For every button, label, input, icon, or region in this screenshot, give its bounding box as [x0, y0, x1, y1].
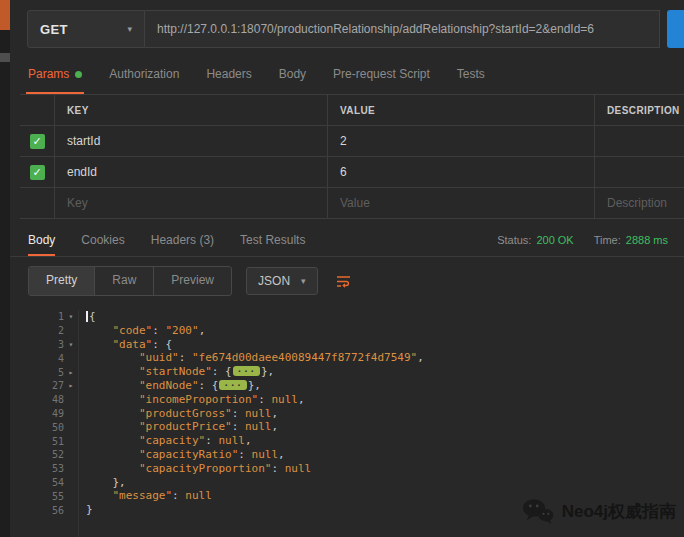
- code-line: "productPrice": null,: [86, 420, 684, 434]
- line-number: 54: [52, 477, 64, 488]
- gutter-line: 56: [10, 503, 78, 517]
- table-row: endId 6: [20, 157, 684, 188]
- line-number: 55: [52, 491, 64, 502]
- tab-params-label: Params: [28, 67, 69, 81]
- tab-tests[interactable]: Tests: [457, 67, 485, 94]
- tab-tests-label: Tests: [457, 67, 485, 81]
- fold-collapse-icon[interactable]: ▾: [64, 340, 78, 349]
- postman-window: GET ▾ http://127.0.0.1:18070/productionR…: [10, 0, 684, 537]
- tab-authorization-label: Authorization: [109, 67, 179, 81]
- gutter-line: 1▾: [10, 310, 78, 324]
- tab-response-headers[interactable]: Headers (3): [151, 224, 214, 256]
- code-line: {: [86, 310, 684, 324]
- format-select-value: JSON: [258, 274, 290, 288]
- code-line: "productGross": null,: [86, 407, 684, 421]
- param-description-field-empty[interactable]: Description: [595, 188, 684, 218]
- gutter-line: 52: [10, 448, 78, 462]
- watermark: Neo4j权威指南: [522, 498, 676, 525]
- code-line: "capacityRatio": null,: [86, 448, 684, 462]
- send-button[interactable]: [667, 10, 684, 48]
- gutter-line: 48: [10, 393, 78, 407]
- line-number: 56: [52, 505, 64, 516]
- tab-params[interactable]: Params: [28, 67, 82, 94]
- tab-test-results[interactable]: Test Results: [240, 224, 305, 256]
- param-key-field[interactable]: startId: [55, 126, 328, 156]
- param-value-field-empty[interactable]: Value: [328, 188, 595, 218]
- fold-expand-icon[interactable]: ▸: [64, 368, 78, 377]
- code-line: "capacity": null,: [86, 434, 684, 448]
- view-mode-preview[interactable]: Preview: [154, 267, 231, 295]
- row-checkbox-cell: [20, 126, 55, 156]
- wrap-text-icon: [335, 274, 352, 289]
- response-toolbar: Pretty Raw Preview JSON ▾: [10, 257, 684, 304]
- header-description: DESCRIPTION: [595, 95, 684, 125]
- checkbox-checked[interactable]: [30, 165, 45, 180]
- gutter-line: 27▸: [10, 379, 78, 393]
- view-mode-raw[interactable]: Raw: [95, 267, 154, 295]
- sidebar-handle[interactable]: [0, 53, 10, 62]
- url-input[interactable]: http://127.0.0.1:18070/productionRelatio…: [145, 10, 660, 48]
- tab-headers[interactable]: Headers: [206, 67, 251, 94]
- code-line: "code": "200",: [86, 324, 684, 338]
- param-value-field[interactable]: 6: [328, 157, 595, 187]
- method-select[interactable]: GET ▾: [27, 10, 145, 48]
- tab-body[interactable]: Body: [279, 67, 306, 94]
- gutter-line: 3▾: [10, 338, 78, 352]
- response-tabs: Body Cookies Headers (3) Test Results: [28, 224, 305, 256]
- line-number: 50: [52, 422, 64, 433]
- params-indicator-dot: [75, 71, 82, 78]
- code-line: "data": {: [86, 338, 684, 352]
- fold-expand-icon[interactable]: ▸: [64, 381, 78, 390]
- code-line: },: [86, 476, 684, 490]
- header-value: VALUE: [328, 95, 595, 125]
- response-header: Body Cookies Headers (3) Test Results St…: [10, 224, 684, 257]
- code-line: "incomeProportion": null,: [86, 393, 684, 407]
- gutter-line: 54: [10, 476, 78, 490]
- status-label: Status:: [497, 234, 531, 246]
- row-checkbox-cell: [20, 188, 55, 218]
- collapsed-object-badge[interactable]: ···: [233, 366, 260, 376]
- param-key-field-empty[interactable]: Key: [55, 188, 328, 218]
- tab-response-body[interactable]: Body: [28, 224, 55, 256]
- gutter-line: 5▸: [10, 365, 78, 379]
- request-tabs: Params Authorization Headers Body Pre-re…: [10, 48, 684, 94]
- tab-cookies[interactable]: Cookies: [81, 224, 124, 256]
- wechat-icon: [522, 498, 554, 525]
- line-number: 52: [52, 449, 64, 460]
- param-key-field[interactable]: endId: [55, 157, 328, 187]
- tab-pre-request-script[interactable]: Pre-request Script: [333, 67, 430, 94]
- line-number: 49: [52, 408, 64, 419]
- tab-body-label: Body: [279, 67, 306, 81]
- fold-collapse-icon[interactable]: ▾: [64, 312, 78, 321]
- params-table: KEY VALUE DESCRIPTION startId 2 endId 6 …: [20, 94, 684, 219]
- gutter-line: 50: [10, 420, 78, 434]
- watermark-text: Neo4j权威指南: [562, 500, 676, 523]
- wrap-text-button[interactable]: [332, 269, 356, 293]
- url-text: http://127.0.0.1:18070/productionRelatio…: [157, 22, 594, 36]
- format-select[interactable]: JSON ▾: [246, 267, 318, 295]
- param-description-field[interactable]: [595, 126, 684, 156]
- view-mode-pretty[interactable]: Pretty: [29, 267, 95, 295]
- chevron-down-icon: ▾: [127, 24, 132, 34]
- tab-test-results-label: Test Results: [240, 233, 305, 247]
- row-checkbox-cell: [20, 157, 55, 187]
- sidebar-accent: [0, 0, 10, 30]
- time-label: Time:: [594, 234, 621, 246]
- tab-response-body-label: Body: [28, 233, 55, 247]
- text-cursor: [86, 311, 88, 322]
- checkbox-checked[interactable]: [30, 134, 45, 149]
- gutter-line: 4: [10, 351, 78, 365]
- header-checkbox-cell: [20, 95, 55, 125]
- tab-authorization[interactable]: Authorization: [109, 67, 179, 94]
- header-key: KEY: [55, 95, 328, 125]
- param-description-field[interactable]: [595, 157, 684, 187]
- request-bar: GET ▾ http://127.0.0.1:18070/productionR…: [10, 0, 684, 48]
- line-number: 51: [52, 436, 64, 447]
- gutter-line: 55: [10, 489, 78, 503]
- table-row: startId 2: [20, 126, 684, 157]
- table-row-new: Key Value Description: [20, 188, 684, 219]
- collapsed-object-badge[interactable]: ···: [219, 380, 246, 390]
- param-value-field[interactable]: 2: [328, 126, 595, 156]
- tab-cookies-label: Cookies: [81, 233, 124, 247]
- gutter-line: 51: [10, 434, 78, 448]
